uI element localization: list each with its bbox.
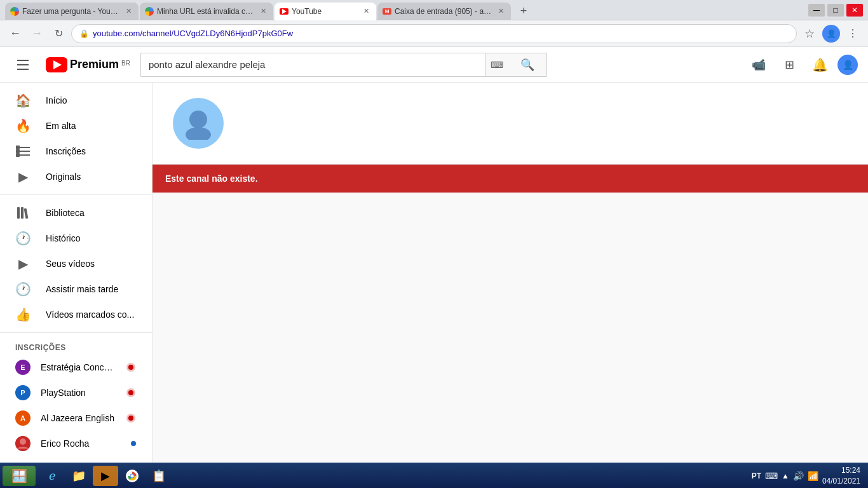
biblioteca-icon bbox=[15, 207, 31, 219]
yt-notifications-button[interactable]: 🔔 bbox=[807, 52, 832, 78]
sub-name-playstation: PlayStation bbox=[41, 388, 115, 398]
tab-favicon-3 bbox=[280, 8, 288, 15]
sub-item-estrategia[interactable]: E Estratégia Concurs... bbox=[0, 355, 152, 380]
reload-button[interactable]: ↻ bbox=[50, 25, 67, 43]
sidebar-divider-1 bbox=[0, 194, 152, 195]
tab-title-3: YouTube bbox=[292, 7, 358, 16]
sub-name-aljazeera: Al Jazeera English bbox=[41, 413, 115, 423]
yt-search-button[interactable]: 🔍 bbox=[509, 53, 547, 77]
yt-keyboard-button[interactable]: ⌨ bbox=[485, 53, 509, 77]
yt-logo[interactable]: Premium BR bbox=[46, 57, 130, 72]
tab-favicon-4: M bbox=[383, 8, 391, 15]
tab-close-1[interactable]: ✕ bbox=[123, 6, 133, 17]
historico-label: Histórico bbox=[46, 233, 80, 243]
explorer-icon: 📁 bbox=[72, 469, 86, 483]
error-message: Este canal não existe. bbox=[165, 173, 258, 184]
yt-header-actions: 📹 ⊞ 🔔 👤 bbox=[746, 52, 858, 78]
sub-item-aljazeera[interactable]: A Al Jazeera English bbox=[0, 405, 152, 431]
yt-upload-button[interactable]: 📹 bbox=[746, 52, 771, 78]
sidebar-item-emalta[interactable]: 🔥 Em alta bbox=[0, 113, 152, 139]
up-arrow-icon[interactable]: ▲ bbox=[782, 471, 789, 480]
address-bar-row: ← → ↻ 🔒 youtube.com/channel/UCVgdZLDy6N6… bbox=[0, 20, 868, 47]
sidebar-item-originals[interactable]: ▶ Originals bbox=[0, 164, 152, 189]
sidebar-item-inicio[interactable]: 🏠 Início bbox=[0, 88, 152, 113]
chrome-icon bbox=[126, 470, 139, 482]
taskbar-app-ie[interactable]: ℯ bbox=[39, 466, 65, 486]
inicio-label: Início bbox=[46, 95, 67, 105]
address-bar[interactable]: 🔒 youtube.com/channel/UCVgdZLDy6N6HjodP7… bbox=[71, 24, 797, 43]
close-button[interactable]: ✕ bbox=[846, 4, 863, 17]
tab-title-1: Fazer uma pergunta - YouTube C bbox=[22, 7, 120, 16]
sub-avatar-estrategia: E bbox=[15, 360, 31, 375]
minimize-button[interactable]: ─ bbox=[808, 4, 825, 17]
tab-4[interactable]: M Caixa de entrada (905) - apeleja ✕ bbox=[377, 3, 511, 20]
sidebar-item-assistirmais[interactable]: 🕐 Assistir mais tarde bbox=[0, 276, 152, 302]
assistirmais-label: Assistir mais tarde bbox=[46, 284, 118, 294]
ie-icon: ℯ bbox=[49, 469, 56, 483]
lock-icon: 🔒 bbox=[79, 29, 89, 38]
yt-logo-text: Premium bbox=[70, 58, 119, 71]
new-tab-button[interactable]: + bbox=[515, 3, 532, 20]
yt-search-input[interactable] bbox=[140, 53, 485, 77]
browser-titlebar: Fazer uma pergunta - YouTube C ✕ Minha U… bbox=[0, 0, 868, 20]
yt-sidebar: 🏠 Início 🔥 Em alta Inscrições ▶ Original… bbox=[0, 83, 153, 463]
user-avatar-header[interactable]: 👤 bbox=[822, 25, 840, 43]
sidebar-item-inscricoes[interactable]: Inscrições bbox=[0, 139, 152, 164]
error-banner: Este canal não existe. bbox=[153, 165, 868, 193]
originals-label: Originals bbox=[46, 172, 81, 182]
sub-item-ericorocha[interactable]: Erico Rocha bbox=[0, 431, 152, 456]
sidebar-item-biblioteca[interactable]: Biblioteca bbox=[0, 200, 152, 226]
tab-1[interactable]: Fazer uma pergunta - YouTube C ✕ bbox=[5, 3, 139, 20]
yt-menu-button[interactable] bbox=[10, 52, 36, 78]
taskbar-app-explorer[interactable]: 📁 bbox=[66, 466, 92, 486]
forward-button[interactable]: → bbox=[28, 25, 46, 43]
videosmarcados-icon: 👍 bbox=[15, 307, 31, 322]
start-button[interactable]: 🪟 bbox=[3, 466, 36, 486]
tab-3[interactable]: YouTube ✕ bbox=[275, 3, 376, 20]
network-icon[interactable]: 📶 bbox=[808, 471, 818, 481]
taskbar-time: 15:24 bbox=[822, 465, 860, 476]
sub-name-ericorocha: Erico Rocha bbox=[41, 438, 120, 449]
channel-avatar bbox=[173, 98, 224, 149]
svg-point-10 bbox=[189, 111, 207, 128]
sidebar-item-videosmarcados[interactable]: 👍 Vídeos marcados co... bbox=[0, 302, 152, 327]
yt-apps-button[interactable]: ⊞ bbox=[776, 52, 802, 78]
taskbar: 🪟 ℯ 📁 ▶ 📋 PT ⌨ ▲ 🔊 📶 bbox=[0, 463, 868, 488]
channel-header bbox=[153, 83, 868, 165]
keyboard-icon: ⌨ bbox=[765, 471, 778, 481]
tab-close-3[interactable]: ✕ bbox=[361, 6, 371, 17]
seusvideos-label: Seus vídeos bbox=[46, 259, 95, 269]
live-badge-estrategia bbox=[125, 362, 137, 373]
sub-avatar-aljazeera: A bbox=[15, 410, 31, 426]
sidebar-item-seusvideos[interactable]: ▶ Seus vídeos bbox=[0, 251, 152, 276]
seusvideos-icon: ▶ bbox=[15, 256, 31, 271]
live-badge-playstation bbox=[125, 387, 137, 398]
svg-rect-7 bbox=[21, 207, 24, 219]
channel-avatar-icon bbox=[182, 107, 215, 140]
inscricoes-icon bbox=[15, 146, 31, 157]
taskbar-clock[interactable]: 15:24 04/01/2021 bbox=[822, 465, 860, 487]
tab-2[interactable]: Minha URL está invalida canal ht ✕ bbox=[140, 3, 273, 20]
originals-icon: ▶ bbox=[15, 169, 31, 184]
tab-favicon-2 bbox=[145, 7, 154, 16]
volume-icon[interactable]: 🔊 bbox=[793, 471, 804, 481]
yt-header: Premium BR ⌨ 🔍 📹 ⊞ 🔔 👤 bbox=[0, 47, 868, 83]
sidebar-item-historico[interactable]: 🕐 Histórico bbox=[0, 226, 152, 251]
tab-close-4[interactable]: ✕ bbox=[496, 6, 506, 17]
sub-item-playstation[interactable]: P PlayStation bbox=[0, 380, 152, 405]
menu-button[interactable]: ⋮ bbox=[844, 25, 862, 43]
tab-close-2[interactable]: ✕ bbox=[258, 6, 268, 17]
svg-rect-3 bbox=[16, 146, 20, 149]
hamburger-line-3 bbox=[17, 69, 29, 70]
taskbar-app-chrome[interactable] bbox=[119, 466, 145, 486]
taskbar-app-extra[interactable]: 📋 bbox=[146, 466, 172, 486]
address-text: youtube.com/channel/UCVgdZLDy6N6HjodP7pk… bbox=[93, 29, 789, 38]
taskbar-app-media[interactable]: ▶ bbox=[93, 466, 118, 486]
yt-user-avatar[interactable]: 👤 bbox=[837, 55, 858, 75]
youtube-app: Premium BR ⌨ 🔍 📹 ⊞ 🔔 👤 🏠 Início 🔥 bbox=[0, 47, 868, 463]
bookmark-button[interactable]: ☆ bbox=[801, 25, 818, 43]
extra-icon: 📋 bbox=[152, 469, 166, 483]
tab-title-4: Caixa de entrada (905) - apeleja bbox=[395, 7, 492, 16]
maximize-button[interactable]: □ bbox=[827, 4, 844, 17]
back-button[interactable]: ← bbox=[6, 25, 24, 43]
